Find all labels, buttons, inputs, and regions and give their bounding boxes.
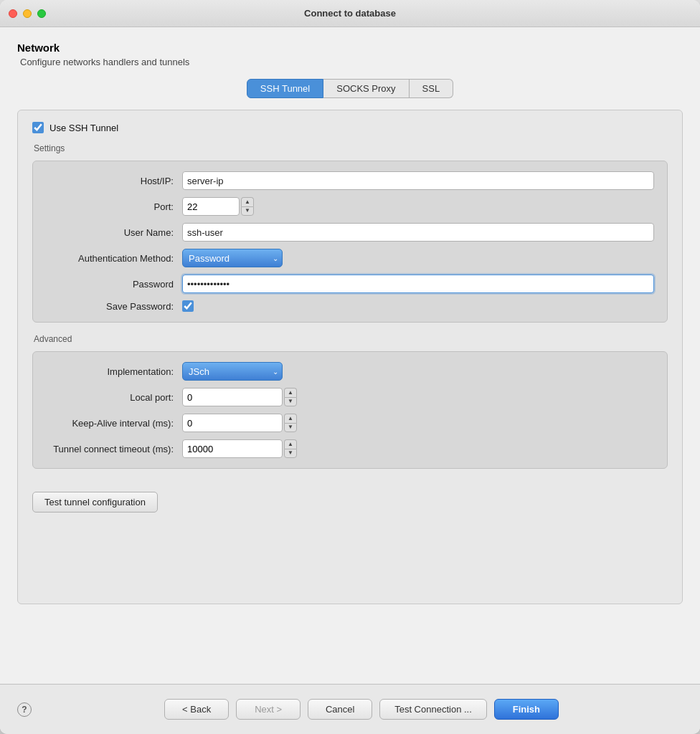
username-input[interactable] bbox=[182, 223, 654, 242]
port-stepper: ▲ ▼ bbox=[241, 197, 254, 216]
advanced-section-label: Advanced bbox=[34, 334, 668, 344]
port-wrapper: ▲ ▼ bbox=[182, 197, 254, 216]
local-port-wrapper: ▲ ▼ bbox=[182, 388, 297, 406]
local-port-label: Local port: bbox=[46, 392, 182, 403]
save-password-checkbox[interactable] bbox=[182, 300, 194, 312]
close-button[interactable] bbox=[9, 9, 17, 18]
keepalive-input[interactable] bbox=[182, 414, 283, 432]
back-button[interactable]: < Back bbox=[164, 699, 229, 720]
keepalive-wrapper: ▲ ▼ bbox=[182, 414, 297, 432]
impl-wrapper: JSch Native ⌄ bbox=[182, 362, 283, 381]
advanced-section: Advanced Implementation: JSch Native ⌄ bbox=[32, 334, 668, 469]
password-input[interactable] bbox=[182, 275, 654, 293]
save-password-label: Save Password: bbox=[46, 301, 182, 312]
window-title: Connect to database bbox=[304, 8, 396, 19]
test-connection-button[interactable]: Test Connection ... bbox=[379, 699, 487, 720]
page-subtitle: Configure networks handlers and tunnels bbox=[20, 57, 683, 67]
port-input[interactable] bbox=[182, 197, 240, 216]
tunnel-timeout-decrement[interactable]: ▼ bbox=[284, 449, 297, 459]
finish-button[interactable]: Finish bbox=[494, 699, 559, 720]
tunnel-timeout-input[interactable] bbox=[182, 439, 283, 458]
impl-label: Implementation: bbox=[46, 366, 182, 377]
password-label: Password bbox=[46, 279, 182, 290]
footer: ? < Back Next > Cancel Test Connection .… bbox=[0, 684, 700, 734]
local-port-decrement[interactable]: ▼ bbox=[284, 397, 297, 407]
tunnel-timeout-row: Tunnel connect timeout (ms): ▲ ▼ bbox=[46, 439, 654, 458]
auth-method-label: Authentication Method: bbox=[46, 253, 182, 264]
username-label: User Name: bbox=[46, 227, 182, 238]
port-increment[interactable]: ▲ bbox=[241, 197, 254, 206]
tunnel-timeout-label: Tunnel connect timeout (ms): bbox=[46, 444, 182, 454]
cancel-button[interactable]: Cancel bbox=[308, 699, 372, 720]
window: Connect to database Network Configure ne… bbox=[0, 0, 700, 734]
page-title: Network bbox=[17, 42, 683, 54]
content-area: Network Configure networks handlers and … bbox=[0, 27, 700, 684]
settings-box: Host/IP: Port: ▲ ▼ User bbox=[32, 161, 668, 323]
page-header: Network Configure networks handlers and … bbox=[17, 42, 683, 67]
main-panel: Use SSH Tunnel Settings Host/IP: Port: ▲ bbox=[17, 110, 683, 604]
keepalive-decrement[interactable]: ▼ bbox=[284, 423, 297, 433]
port-label: Port: bbox=[46, 201, 182, 212]
tunnel-timeout-wrapper: ▲ ▼ bbox=[182, 439, 297, 458]
use-ssh-tunnel-label: Use SSH Tunnel bbox=[49, 123, 118, 133]
use-ssh-tunnel-checkbox[interactable] bbox=[32, 122, 44, 133]
tab-ssh-tunnel[interactable]: SSH Tunnel bbox=[247, 79, 323, 98]
impl-select[interactable]: JSch Native bbox=[182, 362, 283, 381]
help-icon[interactable]: ? bbox=[17, 702, 32, 717]
auth-method-select[interactable]: Password Public Key Agent bbox=[182, 249, 283, 267]
host-label: Host/IP: bbox=[46, 176, 182, 186]
port-decrement[interactable]: ▼ bbox=[241, 206, 254, 216]
tab-ssl[interactable]: SSL bbox=[410, 79, 454, 98]
port-row: Port: ▲ ▼ bbox=[46, 197, 654, 216]
local-port-row: Local port: ▲ ▼ bbox=[46, 388, 654, 406]
advanced-box: Implementation: JSch Native ⌄ Local port… bbox=[32, 351, 668, 469]
tunnel-timeout-stepper: ▲ ▼ bbox=[284, 439, 297, 458]
footer-left: ? bbox=[17, 702, 32, 717]
maximize-button[interactable] bbox=[37, 9, 46, 18]
keepalive-label: Keep-Alive interval (ms): bbox=[46, 418, 182, 429]
username-row: User Name: bbox=[46, 223, 654, 242]
keepalive-row: Keep-Alive interval (ms): ▲ ▼ bbox=[46, 414, 654, 432]
footer-buttons: < Back Next > Cancel Test Connection ...… bbox=[40, 699, 683, 720]
keepalive-increment[interactable]: ▲ bbox=[284, 414, 297, 423]
local-port-input[interactable] bbox=[182, 388, 283, 406]
local-port-increment[interactable]: ▲ bbox=[284, 388, 297, 397]
settings-section-label: Settings bbox=[34, 143, 668, 153]
save-password-row: Save Password: bbox=[46, 300, 654, 312]
local-port-stepper: ▲ ▼ bbox=[284, 388, 297, 406]
keepalive-stepper: ▲ ▼ bbox=[284, 414, 297, 432]
tunnel-timeout-increment[interactable]: ▲ bbox=[284, 439, 297, 449]
host-input[interactable] bbox=[182, 171, 654, 190]
save-password-wrapper bbox=[182, 300, 194, 312]
host-row: Host/IP: bbox=[46, 171, 654, 190]
tab-bar: SSH Tunnel SOCKS Proxy SSL bbox=[17, 79, 683, 98]
impl-row: Implementation: JSch Native ⌄ bbox=[46, 362, 654, 381]
next-button[interactable]: Next > bbox=[236, 699, 301, 720]
test-tunnel-button[interactable]: Test tunnel configuration bbox=[32, 492, 158, 513]
traffic-lights bbox=[9, 9, 46, 18]
tab-socks-proxy[interactable]: SOCKS Proxy bbox=[323, 79, 409, 98]
auth-method-row: Authentication Method: Password Public K… bbox=[46, 249, 654, 267]
minimize-button[interactable] bbox=[23, 9, 32, 18]
titlebar: Connect to database bbox=[0, 0, 700, 27]
auth-method-wrapper: Password Public Key Agent ⌄ bbox=[182, 249, 283, 267]
use-ssh-tunnel-row: Use SSH Tunnel bbox=[32, 122, 668, 133]
password-row: Password bbox=[46, 275, 654, 293]
